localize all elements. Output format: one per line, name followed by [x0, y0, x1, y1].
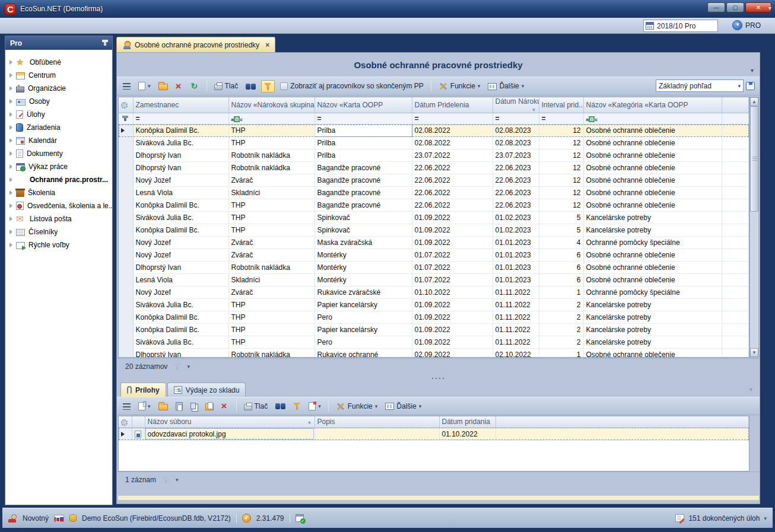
cell[interactable]: Maska zváračská — [315, 237, 412, 249]
cell[interactable]: Siváková Julia Bc. — [133, 137, 228, 149]
chevron-down-icon[interactable]: ▾ — [176, 477, 179, 483]
cell[interactable]: Skladníci — [228, 187, 315, 199]
sidebar-item-dokumenty[interactable]: Dokumenty — [5, 147, 112, 160]
cell[interactable]: 12 — [539, 174, 583, 187]
expand-arrow-icon[interactable] — [9, 203, 12, 208]
column-header[interactable]: Názov «Kategória «Karta OOPP — [583, 97, 722, 113]
cell[interactable]: THP — [228, 336, 315, 349]
table-row[interactable]: Siváková Julia Bc.THPPapier kancelársky0… — [119, 299, 749, 311]
cell[interactable]: 01.09.2022 — [412, 212, 493, 224]
table-row[interactable]: Lesná ViolaSkladníciBagandže pracovné22.… — [119, 187, 749, 199]
cell[interactable]: THP — [228, 199, 315, 212]
cell[interactable]: 12 — [539, 137, 583, 149]
table-row[interactable]: Konôpka Dalimil Bc.THPPrilba02.08.202202… — [119, 125, 749, 137]
menu-item[interactable] — [83, 23, 96, 28]
cell[interactable]: 12 — [539, 187, 583, 199]
cell[interactable]: Kancelárske potreby — [583, 336, 722, 349]
pin-icon[interactable] — [104, 40, 106, 46]
filter-button[interactable] — [261, 80, 275, 93]
sidebar-item-ciselniky[interactable]: Číselníky — [5, 225, 112, 238]
cell[interactable]: Osobné ochranné oblečenie — [583, 149, 722, 162]
cell[interactable]: Osobné ochranné oblečenie — [583, 349, 722, 358]
cell[interactable]: Nový Jozef — [133, 286, 228, 299]
cell[interactable]: 01.11.2022 — [493, 324, 539, 336]
expand-arrow-icon[interactable] — [9, 177, 12, 182]
cell[interactable]: Osobné ochranné oblečenie — [583, 137, 722, 149]
cell[interactable]: 6 — [539, 249, 583, 262]
cell[interactable] — [315, 428, 439, 440]
cell[interactable]: 01.02.2023 — [493, 224, 539, 237]
cell[interactable]: Kancelárske potreby — [583, 311, 722, 324]
cell[interactable]: THP — [228, 324, 315, 336]
cell[interactable]: Nový Jozef — [133, 249, 228, 262]
cell[interactable]: 12 — [539, 149, 583, 162]
cell[interactable]: 2 — [539, 299, 583, 311]
table-row[interactable]: Dlhoprstý IvanRobotník nakládkaPrilba23.… — [119, 149, 749, 162]
sidebar-item-oblubene[interactable]: Obľúbené — [5, 56, 112, 69]
cell[interactable]: THP — [228, 137, 315, 149]
cell[interactable]: Montérky — [315, 262, 412, 274]
cell[interactable]: 02.08.2022 — [412, 137, 493, 149]
cell[interactable]: Siváková Julia Bc. — [133, 336, 228, 349]
cell[interactable]: 22.06.2022 — [412, 174, 493, 187]
cell[interactable]: Siváková Julia Bc. — [133, 299, 228, 311]
cell[interactable]: Papier kancelársky — [315, 299, 412, 311]
expand-arrow-icon[interactable] — [9, 99, 12, 104]
cell[interactable]: Kancelárske potreby — [583, 324, 722, 336]
expand-arrow-icon[interactable] — [9, 138, 12, 143]
cell[interactable]: Lesná Viola — [133, 187, 228, 199]
cell[interactable]: Pero — [315, 336, 412, 349]
column-header[interactable]: Zamestnanec — [133, 97, 228, 113]
cell[interactable]: THP — [228, 299, 315, 311]
cell[interactable]: Osobné ochranné oblečenie — [583, 274, 722, 286]
table-row[interactable]: Konôpka Dalimil Bc.THPPero01.09.202201.1… — [119, 311, 749, 324]
save-view-button[interactable] — [746, 82, 755, 90]
menu-item[interactable] — [18, 23, 31, 28]
tab-close-icon[interactable] — [265, 41, 269, 49]
document-tab[interactable]: Osobné ochranné pracovné prostriedky — [116, 37, 275, 52]
cell[interactable]: 12 — [539, 125, 583, 137]
cell[interactable]: Robotník nakládka — [228, 149, 315, 162]
cell[interactable]: 22.06.2023 — [493, 174, 539, 187]
cell[interactable]: Robotník nakládka — [228, 162, 315, 174]
table-row[interactable]: Dlhoprstý IvanRobotník nakládkaBagandže … — [119, 162, 749, 174]
filter-cell[interactable]: = — [315, 113, 412, 125]
sidebar-item-osoby[interactable]: Osoby — [5, 95, 112, 108]
menu-item[interactable] — [44, 23, 57, 28]
sidebar-item-skolenia[interactable]: Školenia — [5, 186, 112, 199]
cell[interactable]: Robotník nakládka — [228, 349, 315, 358]
maximize-button[interactable]: ▢ — [726, 2, 744, 12]
column-header[interactable]: Dátum Pridelenia — [412, 97, 493, 113]
cell[interactable]: 23.07.2022 — [412, 149, 493, 162]
cell[interactable]: 01.01.2023 — [493, 274, 539, 286]
cell[interactable]: 6 — [539, 274, 583, 286]
vertical-scrollbar[interactable]: ▲ ▼ — [749, 97, 759, 358]
cell[interactable]: Konôpka Dalimil Bc. — [133, 311, 228, 324]
cell[interactable]: Prilba — [315, 137, 412, 149]
cell[interactable]: Skladníci — [228, 274, 315, 286]
cell[interactable]: 1 — [539, 349, 583, 358]
cell[interactable]: Kancelárske potreby — [583, 224, 722, 237]
cell[interactable]: Papier kancelársky — [315, 324, 412, 336]
cell[interactable]: 2 — [539, 311, 583, 324]
tabstrip-menu-icon[interactable] — [768, 5, 771, 11]
cell[interactable]: 01.09.2022 — [412, 237, 493, 249]
sidebar-item-ulohy[interactable]: Úlohy — [5, 108, 112, 121]
filter-icon[interactable] — [173, 362, 181, 370]
cell[interactable]: Prilba — [315, 149, 412, 162]
sidebar-item-listova-posta[interactable]: Listová pošta — [5, 212, 112, 225]
cell[interactable]: 5 — [539, 212, 583, 224]
table-row[interactable]: odovzdavaci protokol.jpg01.10.2022 — [119, 428, 749, 440]
cell[interactable]: 01.11.2022 — [493, 286, 539, 299]
pro-button[interactable]: PRO — [732, 20, 761, 30]
filter-cell[interactable]: = — [133, 113, 228, 125]
cell[interactable]: Bagandže pracovné — [315, 187, 412, 199]
cell[interactable]: Dlhoprstý Ivan — [133, 149, 228, 162]
filter-cell[interactable]: aBc — [228, 113, 315, 125]
expand-arrow-icon[interactable] — [9, 190, 12, 195]
export-button[interactable]: ▾ — [306, 400, 323, 412]
table-row[interactable]: Siváková Julia Bc.THPPero01.09.202201.11… — [119, 336, 749, 349]
filter-button[interactable] — [291, 400, 303, 412]
cell[interactable]: 2 — [539, 324, 583, 336]
cell[interactable]: 6 — [539, 262, 583, 274]
